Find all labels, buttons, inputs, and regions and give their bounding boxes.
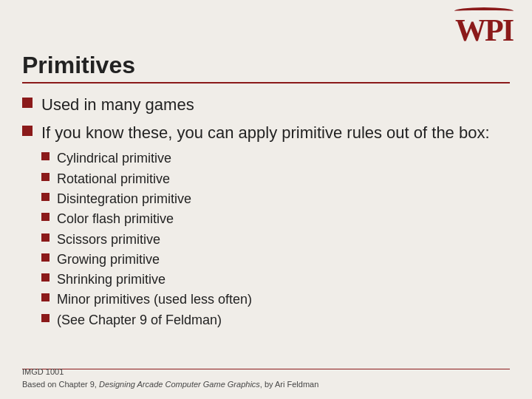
list-item: Minor primitives (used less often) [41,290,510,308]
title-section: Primitives [22,52,510,83]
wpi-logo: WPI [451,7,517,48]
list-item: Cylindrical primitive [41,149,510,167]
footer-italic: Designing Arcade Computer Game Graphics [99,380,260,389]
bullet-item-2: If you know these, you can apply primiti… [22,122,510,144]
sub-item-text: Rotational primitive [57,170,170,188]
logo-text: WPI [451,15,517,46]
sub-bullet-icon [41,273,50,282]
sub-item-text: Scissors primitive [57,231,160,248]
sub-item-text: Shrinking primitive [57,270,166,288]
footer-suffix: , by Ari Feldman [260,380,318,389]
sub-item-text: Color flash primitive [57,210,174,228]
bullet-item-1: Used in many games [22,94,510,116]
footer: IMGD 1001 Based on Chapter 9, Designing … [22,366,318,390]
page-title: Primitives [22,52,510,79]
bullet-text-1: Used in many games [41,94,194,116]
sub-bullet-icon [41,213,50,221]
sub-item-text: Minor primitives (used less often) [57,290,252,308]
sub-item-text: (See Chapter 9 of Feldman) [57,311,222,329]
footer-prefix: Based on Chapter 9, [22,380,99,389]
list-item: (See Chapter 9 of Feldman) [41,311,510,329]
sub-bullet-icon [41,314,50,322]
list-item: Color flash primitive [41,210,510,228]
bullet-text-2: If you know these, you can apply primiti… [41,122,490,144]
list-item: Scissors primitive [41,231,510,248]
sub-bullet-icon [41,253,50,262]
slide: WPI Primitives Used in many games If you… [0,0,532,399]
list-item: Growing primitive [41,250,510,268]
sub-bullet-icon [41,193,50,201]
sub-item-text: Growing primitive [57,250,160,268]
bullet-square-icon-2 [22,126,33,136]
list-item: Rotational primitive [41,170,510,188]
list-item: Shrinking primitive [41,270,510,288]
sub-bullet-icon [41,152,50,160]
sub-list: Cylindrical primitive Rotational primiti… [41,149,510,329]
list-item: Disintegration primitive [41,190,510,208]
title-underline [22,82,510,83]
bullet-square-icon [22,98,33,108]
sub-bullet-icon [41,173,50,181]
sub-bullet-icon [41,233,50,242]
sub-bullet-icon [41,293,50,301]
sub-item-text: Cylindrical primitive [57,149,171,167]
footer-line1: IMGD 1001 [22,366,318,378]
footer-line2: Based on Chapter 9, Designing Arcade Com… [22,378,318,391]
sub-item-text: Disintegration primitive [57,190,191,208]
